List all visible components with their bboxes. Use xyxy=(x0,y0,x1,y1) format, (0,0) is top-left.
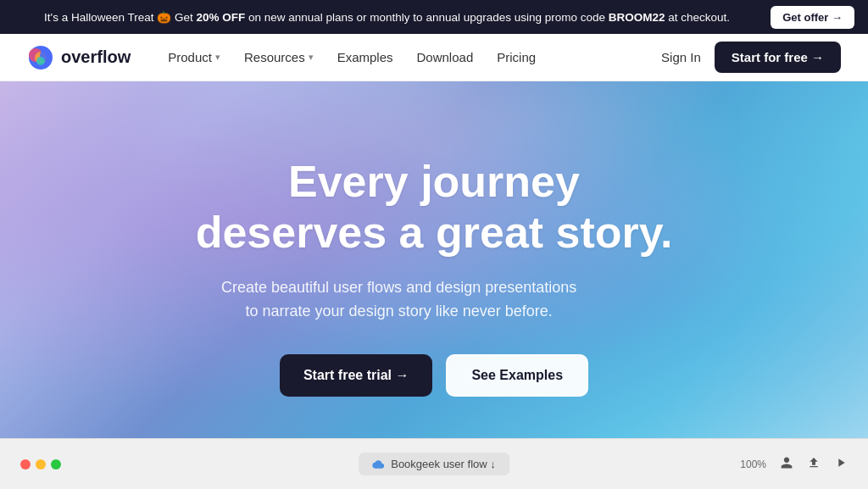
browser-tab-title: Bookgeek user flow ↓ xyxy=(391,458,496,470)
chevron-down-icon: ▾ xyxy=(215,52,220,63)
browser-play-button[interactable] xyxy=(834,456,848,472)
logo-link[interactable]: overflow xyxy=(27,44,131,71)
upload-icon xyxy=(807,456,821,470)
promo-banner: It's a Halloween Treat 🎃 Get 20% OFF on … xyxy=(0,0,868,34)
chevron-down-icon: ▾ xyxy=(309,52,314,63)
browser-person-button[interactable] xyxy=(780,456,793,472)
nav-item-pricing[interactable]: Pricing xyxy=(487,43,546,71)
nav-item-examples[interactable]: Examples xyxy=(327,43,403,71)
banner-discount: 20% OFF xyxy=(196,11,245,24)
browser-tab[interactable]: Bookgeek user flow ↓ xyxy=(359,453,509,475)
browser-window-controls xyxy=(20,459,61,470)
nav-actions: Sign In Start for free → xyxy=(661,42,841,73)
browser-mockup-bar: Bookgeek user flow ↓ 100% xyxy=(0,438,868,489)
browser-zoom-level: 100% xyxy=(740,458,766,470)
browser-maximize-dot[interactable] xyxy=(51,459,61,470)
browser-right-controls: 100% xyxy=(740,456,848,472)
person-icon xyxy=(780,456,793,470)
get-offer-button[interactable]: Get offer → xyxy=(771,6,854,29)
hero-subtext: Create beautiful user flows and design p… xyxy=(196,275,603,325)
banner-close-button[interactable]: × xyxy=(845,8,854,26)
hero-headline-line1: Every journey xyxy=(288,157,580,206)
banner-text-suffix: on new annual plans or monthly to annual… xyxy=(245,11,609,24)
hero-headline: Every journey deserves a great story. xyxy=(196,157,673,258)
start-free-trial-button[interactable]: Start free trial → xyxy=(280,354,432,397)
browser-upload-button[interactable] xyxy=(807,456,821,472)
cloud-icon xyxy=(372,458,384,470)
banner-text-end: at checkout. xyxy=(665,11,731,24)
main-nav: overflow Product ▾ Resources ▾ Examples … xyxy=(0,34,868,81)
nav-item-product[interactable]: Product ▾ xyxy=(158,43,231,71)
start-for-free-button[interactable]: Start for free → xyxy=(715,42,841,73)
hero-section: Every journey deserves a great story. Cr… xyxy=(0,81,868,438)
hero-subtext-line2: to narrate your design story like never … xyxy=(246,303,553,320)
nav-item-download[interactable]: Download xyxy=(407,43,484,71)
banner-text-prefix: It's a Halloween Treat 🎃 Get xyxy=(44,11,196,24)
hero-buttons: Start free trial → See Examples xyxy=(196,354,673,397)
banner-message: It's a Halloween Treat 🎃 Get 20% OFF on … xyxy=(14,10,760,24)
logo-text: overflow xyxy=(61,47,131,67)
logo-icon xyxy=(27,44,54,71)
hero-subtext-line1: Create beautiful user flows and design p… xyxy=(221,279,576,296)
see-examples-button[interactable]: See Examples xyxy=(446,354,588,397)
play-icon xyxy=(834,456,848,470)
svg-point-5 xyxy=(36,57,45,65)
banner-promo-code: BROOM22 xyxy=(609,11,665,24)
nav-links: Product ▾ Resources ▾ Examples Download … xyxy=(158,43,661,71)
sign-in-button[interactable]: Sign In xyxy=(661,50,701,64)
browser-minimize-dot[interactable] xyxy=(36,459,46,470)
browser-close-dot[interactable] xyxy=(20,459,31,470)
nav-item-resources[interactable]: Resources ▾ xyxy=(234,43,324,71)
hero-content: Every journey deserves a great story. Cr… xyxy=(196,157,673,397)
hero-headline-line2: deserves a great story. xyxy=(196,208,673,257)
